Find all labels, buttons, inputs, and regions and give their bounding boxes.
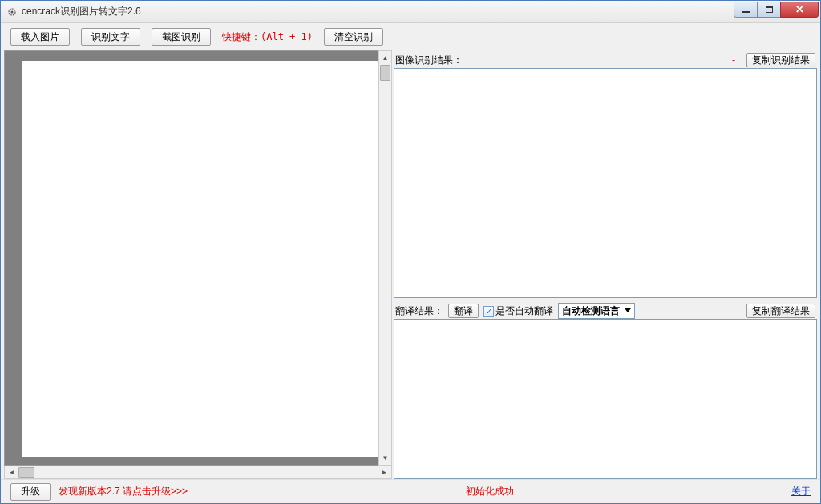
app-icon bbox=[6, 6, 18, 18]
vertical-scrollbar[interactable]: ▲ ▼ bbox=[378, 50, 392, 466]
recognition-result-textarea[interactable] bbox=[394, 68, 817, 298]
shortcut-label: 快捷键：(Alt + 1) bbox=[222, 30, 313, 44]
left-pane: ▲ ▼ ◄ ► bbox=[4, 50, 392, 479]
maximize-icon bbox=[766, 6, 773, 13]
app-window: cencrack识别图片转文字2.6 ✕ 载入图片 识别文字 截图识别 快捷键：… bbox=[0, 0, 821, 504]
load-image-button[interactable]: 载入图片 bbox=[10, 28, 70, 46]
status-center-text: 初始化成功 bbox=[196, 485, 783, 498]
titlebar: cencrack识别图片转文字2.6 ✕ bbox=[1, 1, 820, 23]
scroll-up-icon[interactable]: ▲ bbox=[379, 51, 391, 65]
auto-translate-checkbox[interactable]: ✓ 是否自动翻译 bbox=[483, 304, 553, 318]
scroll-right-icon[interactable]: ► bbox=[378, 466, 391, 478]
toolbar: 载入图片 识别文字 截图识别 快捷键：(Alt + 1) 清空识别 bbox=[1, 23, 820, 50]
main-area: ▲ ▼ ◄ ► 图像识别结果： bbox=[1, 50, 820, 479]
language-select-value: 自动检测语言 bbox=[562, 304, 620, 318]
recognition-label: 图像识别结果： bbox=[395, 54, 463, 67]
minimize-icon bbox=[742, 11, 750, 13]
recognition-dash: - bbox=[732, 54, 735, 66]
minimize-button[interactable] bbox=[734, 2, 758, 18]
recognition-header: 图像识别结果： - 复制识别结果 bbox=[394, 52, 817, 68]
language-select[interactable]: 自动检测语言 bbox=[558, 303, 635, 319]
window-title: cencrack识别图片转文字2.6 bbox=[22, 5, 734, 18]
window-controls: ✕ bbox=[734, 2, 819, 18]
copy-recognition-button[interactable]: 复制识别结果 bbox=[746, 53, 815, 67]
upgrade-button[interactable]: 升级 bbox=[10, 483, 51, 501]
svg-point-1 bbox=[11, 10, 14, 13]
clear-recognition-button[interactable]: 清空识别 bbox=[324, 28, 383, 46]
recognize-text-button[interactable]: 识别文字 bbox=[81, 28, 140, 46]
about-link[interactable]: 关于 bbox=[791, 485, 811, 498]
v-scroll-thumb[interactable] bbox=[380, 65, 390, 81]
scroll-down-icon[interactable]: ▼ bbox=[379, 451, 391, 465]
check-icon: ✓ bbox=[483, 306, 494, 317]
chevron-down-icon bbox=[625, 308, 631, 312]
copy-translation-button[interactable]: 复制翻译结果 bbox=[746, 304, 815, 318]
translation-label: 翻译结果： bbox=[395, 304, 443, 318]
translation-section: 翻译结果： 翻译 ✓ 是否自动翻译 自动检测语言 复制翻译结果 bbox=[394, 303, 817, 479]
auto-translate-label: 是否自动翻译 bbox=[495, 304, 553, 318]
image-viewer bbox=[4, 50, 378, 466]
screenshot-recognize-button[interactable]: 截图识别 bbox=[152, 28, 211, 46]
close-icon: ✕ bbox=[795, 3, 804, 15]
scroll-left-icon[interactable]: ◄ bbox=[5, 466, 18, 478]
image-canvas bbox=[22, 61, 378, 457]
h-scroll-track[interactable] bbox=[18, 466, 378, 478]
close-button[interactable]: ✕ bbox=[780, 2, 819, 18]
h-scroll-thumb[interactable] bbox=[18, 467, 34, 478]
right-pane: 图像识别结果： - 复制识别结果 翻译结果： 翻译 ✓ 是否自动翻译 bbox=[394, 50, 817, 479]
new-version-text: 发现新版本2.7 请点击升级>>> bbox=[59, 485, 188, 498]
v-scroll-track[interactable] bbox=[379, 65, 391, 451]
horizontal-scrollbar[interactable]: ◄ ► bbox=[4, 466, 392, 479]
statusbar: 升级 发现新版本2.7 请点击升级>>> 初始化成功 关于 bbox=[1, 479, 820, 503]
recognition-section: 图像识别结果： - 复制识别结果 bbox=[394, 52, 817, 298]
translation-header: 翻译结果： 翻译 ✓ 是否自动翻译 自动检测语言 复制翻译结果 bbox=[394, 303, 817, 319]
maximize-button[interactable] bbox=[757, 2, 781, 18]
translate-button[interactable]: 翻译 bbox=[448, 304, 479, 318]
translation-result-textarea[interactable] bbox=[394, 319, 817, 479]
